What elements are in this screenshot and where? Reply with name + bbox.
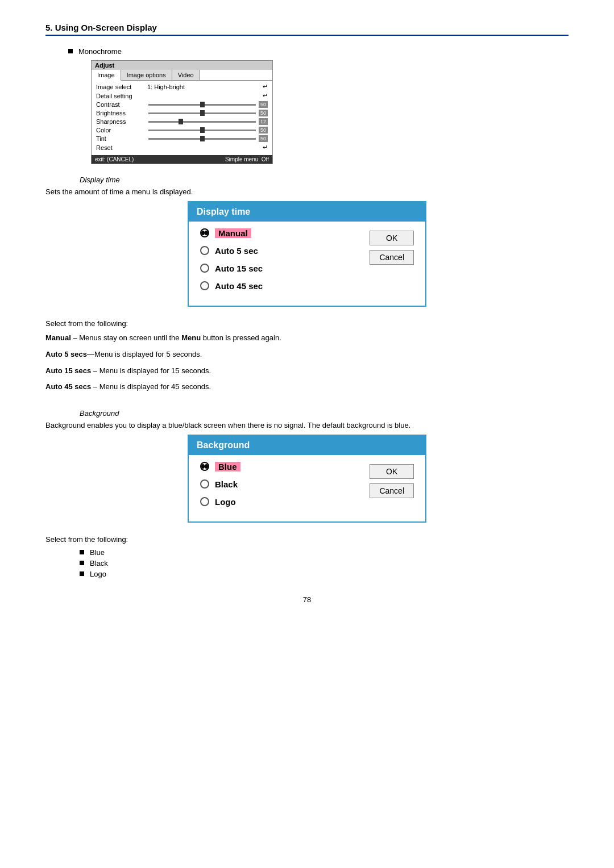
display-time-desc: Sets the amount of time a menu is displa… <box>45 186 569 198</box>
sharpness-slider[interactable]: 12 <box>147 118 268 125</box>
background-dialog-body: Blue Black Logo OK Cancel <box>189 455 425 521</box>
osd-label-color: Color <box>96 127 147 133</box>
radio-black <box>200 479 209 489</box>
background-select-label: Select from the following: <box>45 534 569 545</box>
option-auto45-label: Auto 45 sec <box>215 281 263 291</box>
option-auto15-label: Auto 15 sec <box>215 264 263 273</box>
radio-auto45 <box>200 281 209 290</box>
section-heading: 5. Using On-Screen Display <box>45 23 569 36</box>
display-time-dialog-header: Display time <box>189 202 425 222</box>
display-time-option-desc-auto15: Auto 15 secs – Menu is displayed for 15 … <box>45 365 569 377</box>
osd-body: Image select 1: High-bright ↵ Detail set… <box>92 81 272 155</box>
background-desc: Background enables you to display a blue… <box>45 420 569 431</box>
tint-value: 50 <box>259 135 268 142</box>
osd-label-tint: Tint <box>96 135 147 142</box>
display-time-option-desc-auto5: Auto 5 secs—Menu is displayed for 5 seco… <box>45 349 569 361</box>
background-bullet-list: Blue Black Logo <box>80 548 569 578</box>
display-time-select-label: Select from the following: <box>45 318 569 329</box>
osd-enter-reset: ↵ <box>263 144 268 151</box>
display-time-options: Manual Auto 5 sec Auto 15 sec Auto 45 se… <box>200 228 358 299</box>
osd-footer: exit: (CANCEL) Simple menu Off <box>92 155 272 164</box>
color-slider[interactable]: 50 <box>147 127 268 133</box>
bullet-black: Black <box>80 559 569 567</box>
osd-enter-image-select: ↵ <box>263 83 268 90</box>
osd-tab-image[interactable]: Image <box>92 70 121 81</box>
osd-label-detail-setting: Detail setting <box>96 93 147 99</box>
tint-slider[interactable]: 50 <box>147 135 268 142</box>
bullet-logo-icon <box>80 571 84 576</box>
osd-label-brightness: Brightness <box>96 110 147 116</box>
osd-enter-detail: ↵ <box>263 92 268 99</box>
osd-tabs: Image Image options Video <box>92 70 272 81</box>
bullet-square-icon <box>68 49 73 53</box>
option-manual-label: Manual <box>215 228 251 238</box>
display-time-dialog-body: Manual Auto 5 sec Auto 15 sec Auto 45 se… <box>189 222 425 306</box>
display-time-dialog: Display time Manual Auto 5 sec Auto 15 s… <box>188 201 426 307</box>
option-auto5-label: Auto 5 sec <box>215 246 258 256</box>
option-black-label: Black <box>215 479 238 489</box>
page-number: 78 <box>45 595 569 604</box>
brightness-slider[interactable]: 50 <box>147 110 268 116</box>
radio-auto15 <box>200 264 209 273</box>
display-time-subtitle: Display time <box>80 176 569 184</box>
bullet-black-label: Black <box>90 559 108 567</box>
osd-row-reset: Reset ↵ <box>96 144 268 151</box>
radio-blue <box>200 462 209 471</box>
osd-exit-label: exit: (CANCEL) <box>95 156 134 162</box>
radio-auto5 <box>200 246 209 255</box>
option-manual[interactable]: Manual <box>200 228 358 238</box>
contrast-slider[interactable]: 50 <box>147 101 268 108</box>
option-logo[interactable]: Logo <box>200 497 358 507</box>
option-auto45[interactable]: Auto 45 sec <box>200 281 358 291</box>
osd-simple-menu: Simple menu Off <box>225 156 269 162</box>
bullet-logo-label: Logo <box>90 570 106 578</box>
option-auto5[interactable]: Auto 5 sec <box>200 246 358 256</box>
radio-manual <box>200 228 209 237</box>
option-auto15[interactable]: Auto 15 sec <box>200 264 358 273</box>
display-time-ok-button[interactable]: OK <box>370 231 414 245</box>
bullet-blue-icon <box>80 550 84 554</box>
osd-title-bar: Adjust <box>92 61 272 70</box>
bullet-logo: Logo <box>80 570 569 578</box>
brightness-value: 50 <box>259 110 268 116</box>
osd-tab-image-options[interactable]: Image options <box>121 70 172 80</box>
osd-tab-video[interactable]: Video <box>172 70 200 80</box>
background-dialog-header: Background <box>189 436 425 455</box>
contrast-value: 50 <box>259 101 268 108</box>
osd-adjust-panel: Adjust Image Image options Video Image s… <box>91 60 273 164</box>
bullet-blue: Blue <box>80 548 569 557</box>
display-time-option-desc-auto45: Auto 45 secs – Menu is displayed for 45 … <box>45 381 569 393</box>
osd-row-sharpness: Sharpness 12 <box>96 118 268 125</box>
background-dialog: Background Blue Black Logo OK Cancel <box>188 435 426 523</box>
background-options: Blue Black Logo <box>200 462 358 515</box>
osd-row-contrast: Contrast 50 <box>96 101 268 108</box>
background-buttons: OK Cancel <box>370 462 414 515</box>
monochrome-label: Monochrome <box>78 47 122 56</box>
osd-row-tint: Tint 50 <box>96 135 268 142</box>
option-blue-label: Blue <box>215 462 240 471</box>
osd-label-contrast: Contrast <box>96 101 147 108</box>
osd-row-brightness: Brightness 50 <box>96 110 268 116</box>
osd-row-color: Color 50 <box>96 127 268 133</box>
osd-row-detail-setting: Detail setting ↵ <box>96 92 268 99</box>
osd-label-sharpness: Sharpness <box>96 118 147 125</box>
background-cancel-button[interactable]: Cancel <box>370 483 414 498</box>
display-time-buttons: OK Cancel <box>370 228 414 299</box>
radio-logo <box>200 497 209 506</box>
option-logo-label: Logo <box>215 497 236 507</box>
option-black[interactable]: Black <box>200 479 358 489</box>
display-time-cancel-button[interactable]: Cancel <box>370 250 414 265</box>
option-blue[interactable]: Blue <box>200 462 358 471</box>
color-value: 50 <box>259 127 268 133</box>
bullet-blue-label: Blue <box>90 548 105 557</box>
osd-label-reset: Reset <box>96 144 147 151</box>
sharpness-value: 12 <box>259 118 268 125</box>
osd-value-image-select: 1: High-bright <box>147 84 263 90</box>
osd-row-image-select: Image select 1: High-bright ↵ <box>96 83 268 90</box>
display-time-option-desc-manual: Manual – Menus stay on screen until the … <box>45 332 569 344</box>
background-ok-button[interactable]: OK <box>370 464 414 479</box>
osd-label-image-select: Image select <box>96 84 147 90</box>
bullet-black-icon <box>80 561 84 565</box>
monochrome-bullet: Monochrome <box>68 47 569 56</box>
background-subtitle: Background <box>80 409 569 418</box>
